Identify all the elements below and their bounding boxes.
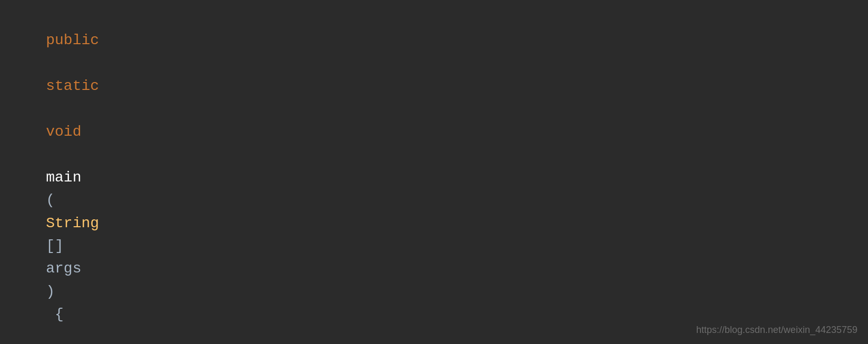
- space: [46, 55, 55, 72]
- method-main: main: [46, 169, 81, 186]
- keyword-static: static: [46, 78, 99, 94]
- paren-close: ): [46, 284, 55, 300]
- code-editor: public static void main ( String [] args…: [0, 0, 868, 344]
- param-args: args: [46, 260, 81, 277]
- brace-open: {: [46, 306, 64, 322]
- keyword-void: void: [46, 124, 81, 140]
- keyword-public: public: [46, 32, 99, 48]
- paren-open: (: [46, 192, 55, 208]
- type-string: String: [46, 215, 99, 231]
- bracket: []: [46, 238, 72, 254]
- code-line-1: public static void main ( String [] args…: [11, 5, 868, 344]
- space: [46, 101, 55, 117]
- space: [46, 146, 55, 163]
- watermark: https://blog.csdn.net/weixin_44235759: [696, 323, 857, 338]
